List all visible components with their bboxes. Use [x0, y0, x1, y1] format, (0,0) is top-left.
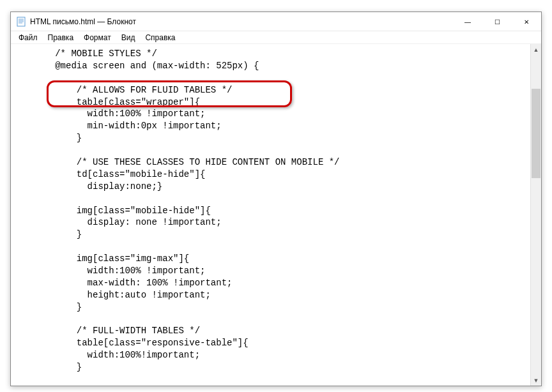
vertical-scrollbar[interactable]: ▲ ▼ — [530, 44, 541, 386]
scroll-down-icon[interactable]: ▼ — [531, 375, 541, 386]
titlebar[interactable]: HTML письмо.html — Блокнот — ☐ ✕ — [11, 12, 541, 31]
notepad-icon — [16, 17, 26, 27]
menubar: Файл Правка Формат Вид Справка — [11, 31, 541, 44]
window-controls: — ☐ ✕ — [453, 12, 541, 31]
menu-help[interactable]: Справка — [140, 32, 180, 43]
menu-file[interactable]: Файл — [13, 32, 43, 43]
menu-edit[interactable]: Правка — [43, 32, 79, 43]
notepad-window: HTML письмо.html — Блокнот — ☐ ✕ Файл Пр… — [10, 11, 542, 386]
editor-area: /* MOBILE STYLES */ @media screen and (m… — [11, 44, 541, 386]
scroll-up-icon[interactable]: ▲ — [531, 44, 541, 55]
text-editor[interactable]: /* MOBILE STYLES */ @media screen and (m… — [11, 44, 541, 386]
maximize-button[interactable]: ☐ — [482, 12, 512, 31]
menu-view[interactable]: Вид — [116, 32, 141, 43]
close-button[interactable]: ✕ — [512, 12, 541, 31]
window-title: HTML письмо.html — Блокнот — [30, 17, 453, 26]
scroll-thumb[interactable] — [532, 89, 540, 178]
minimize-button[interactable]: — — [453, 12, 482, 31]
menu-format[interactable]: Формат — [79, 32, 116, 43]
